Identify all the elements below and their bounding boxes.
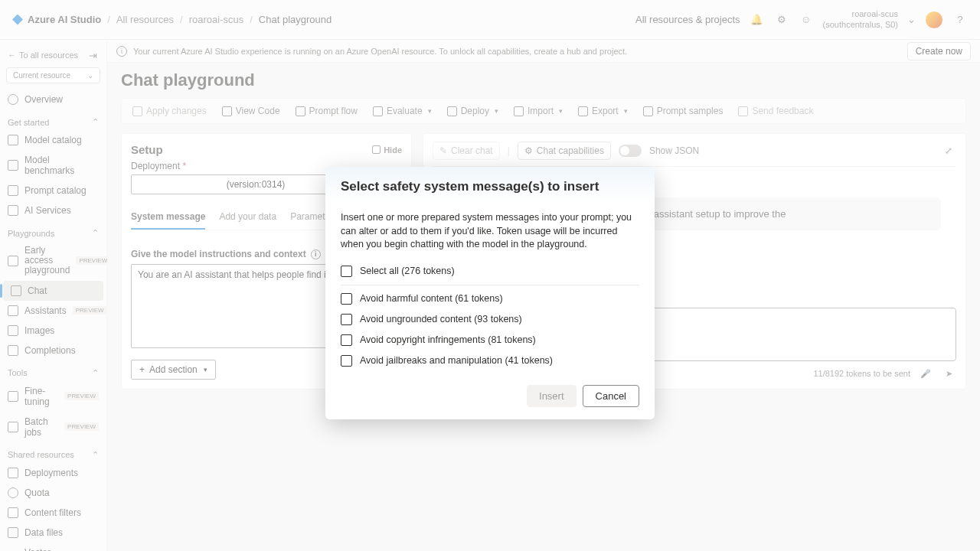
option-label: Avoid ungrounded content (93 tokens) xyxy=(360,314,522,324)
cancel-button[interactable]: Cancel xyxy=(583,385,639,407)
checkbox[interactable] xyxy=(341,334,352,346)
divider xyxy=(341,285,639,285)
option-label: Avoid harmful content (61 tokens) xyxy=(360,293,503,304)
checkbox[interactable] xyxy=(341,355,352,367)
option-label: Avoid jailbreaks and manipulation (41 to… xyxy=(360,355,553,366)
modal-overlay: Select safety system message(s) to inser… xyxy=(0,0,980,551)
option-ungrounded[interactable]: Avoid ungrounded content (93 tokens) xyxy=(341,309,639,330)
select-all-row[interactable]: Select all (276 tokens) xyxy=(341,261,639,282)
modal-title: Select safety system message(s) to inser… xyxy=(325,167,655,202)
checkbox[interactable] xyxy=(341,314,352,325)
option-jailbreaks[interactable]: Avoid jailbreaks and manipulation (41 to… xyxy=(341,350,639,371)
modal-description: Insert one or more prepared system messa… xyxy=(341,211,639,252)
modal-footer: Insert Cancel xyxy=(325,374,655,419)
select-all-label: Select all (276 tokens) xyxy=(360,266,455,276)
safety-messages-modal: Select safety system message(s) to inser… xyxy=(325,167,655,419)
insert-button[interactable]: Insert xyxy=(527,385,577,407)
option-copyright[interactable]: Avoid copyright infringements (81 tokens… xyxy=(341,330,639,350)
checkbox[interactable] xyxy=(341,293,352,305)
option-harmful[interactable]: Avoid harmful content (61 tokens) xyxy=(341,289,639,309)
option-label: Avoid copyright infringements (81 tokens… xyxy=(360,334,536,345)
select-all-checkbox[interactable] xyxy=(341,266,352,277)
